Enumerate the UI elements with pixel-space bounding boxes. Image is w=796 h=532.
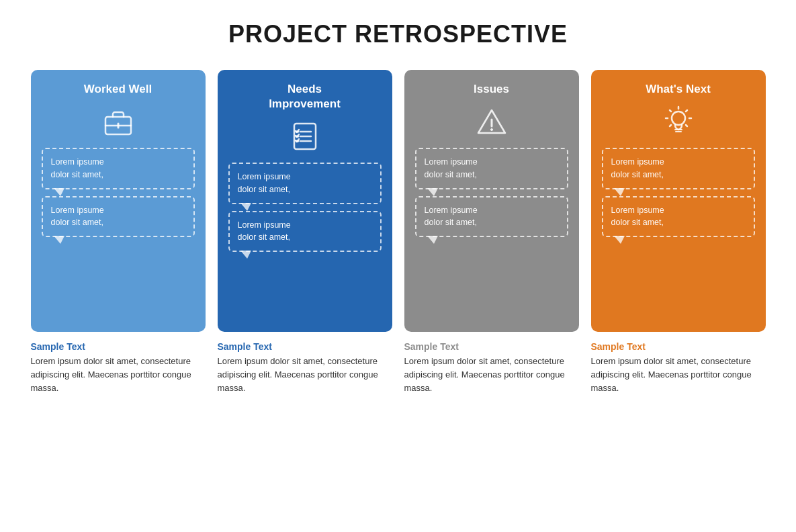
card-needs-improvement: NeedsImprovement Lorem ipsumedolor sit a… <box>218 70 392 332</box>
svg-line-17 <box>670 110 671 112</box>
below-title-issues: Sample Text <box>404 341 579 352</box>
card-title-needs-improvement: NeedsImprovement <box>269 82 341 112</box>
below-text-whats-next: Lorem ipsum dolor sit amet, consecteture… <box>591 355 766 395</box>
briefcase-icon <box>100 103 136 140</box>
columns-wrapper: Worked Well Lorem ipsumedolor sit amet,L… <box>27 70 769 395</box>
card-whats-next: What's Next Lorem ipsumedolor sit amet,L… <box>591 70 766 332</box>
column-issues: Issues Lorem ipsumedolor sit amet,Lorem … <box>404 70 579 395</box>
svg-line-16 <box>686 125 687 126</box>
svg-line-19 <box>670 125 671 126</box>
bubble-box-worked-well-1: Lorem ipsumedolor sit amet, <box>42 196 195 238</box>
below-card-issues: Sample TextLorem ipsum dolor sit amet, c… <box>404 340 579 395</box>
bubble-box-worked-well-0: Lorem ipsumedolor sit amet, <box>42 148 195 189</box>
below-text-needs-improvement: Lorem ipsum dolor sit amet, consecteture… <box>218 355 392 395</box>
page-title: PROJECT RETROSPECTIVE <box>228 20 568 48</box>
card-title-whats-next: What's Next <box>646 82 711 97</box>
below-title-needs-improvement: Sample Text <box>218 341 392 352</box>
column-whats-next: What's Next Lorem ipsumedolor sit amet,L… <box>591 70 766 395</box>
below-card-whats-next: Sample TextLorem ipsum dolor sit amet, c… <box>591 340 766 395</box>
lightbulb-icon <box>660 103 697 140</box>
card-issues: Issues Lorem ipsumedolor sit amet,Lorem … <box>404 70 579 332</box>
checklist-icon <box>287 118 323 154</box>
column-needs-improvement: NeedsImprovement Lorem ipsumedolor sit a… <box>218 70 392 395</box>
svg-point-12 <box>672 112 685 125</box>
below-card-needs-improvement: Sample TextLorem ipsum dolor sit amet, c… <box>218 340 392 395</box>
bubble-box-needs-improvement-1: Lorem ipsumedolor sit amet, <box>228 211 382 253</box>
below-card-worked-well: Sample TextLorem ipsum dolor sit amet, c… <box>31 340 206 395</box>
bubble-box-needs-improvement-0: Lorem ipsumedolor sit amet, <box>228 163 382 204</box>
column-worked-well: Worked Well Lorem ipsumedolor sit amet,L… <box>31 70 206 395</box>
card-worked-well: Worked Well Lorem ipsumedolor sit amet,L… <box>31 70 206 332</box>
below-text-issues: Lorem ipsum dolor sit amet, consecteture… <box>404 355 579 395</box>
warning-icon <box>474 103 510 140</box>
below-text-worked-well: Lorem ipsum dolor sit amet, consecteture… <box>31 355 206 395</box>
bubble-box-whats-next-1: Lorem ipsumedolor sit amet, <box>602 196 755 238</box>
svg-line-14 <box>686 110 687 112</box>
below-title-whats-next: Sample Text <box>591 341 766 352</box>
card-title-worked-well: Worked Well <box>84 82 152 97</box>
bubble-box-issues-0: Lorem ipsumedolor sit amet, <box>415 148 568 189</box>
card-title-issues: Issues <box>474 82 509 97</box>
bubble-box-whats-next-0: Lorem ipsumedolor sit amet, <box>602 148 755 189</box>
svg-point-11 <box>490 129 492 131</box>
below-title-worked-well: Sample Text <box>31 341 206 352</box>
bubble-box-issues-1: Lorem ipsumedolor sit amet, <box>415 196 568 238</box>
